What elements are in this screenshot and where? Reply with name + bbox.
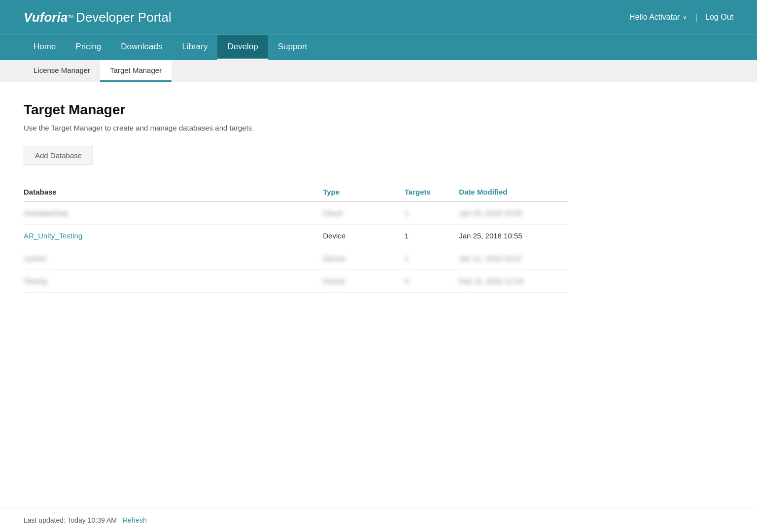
database-link[interactable]: ActivatarData <box>24 209 68 217</box>
header-right: Hello Activatar ∨ | Log Out <box>629 12 733 23</box>
logo-brand: Vuforia <box>24 10 68 25</box>
col-header-date-modified: Date Modified <box>459 183 568 201</box>
nav-item-home[interactable]: Home <box>24 35 66 60</box>
chevron-down-icon: ∨ <box>683 14 687 21</box>
database-type: Device <box>323 270 405 293</box>
table-row: AR_Unity_TestingDevice1Jan 25, 2018 10:5… <box>24 225 568 247</box>
database-targets: 1 <box>405 201 459 225</box>
user-menu[interactable]: Hello Activatar ∨ <box>629 13 687 22</box>
nav-item-library[interactable]: Library <box>172 35 217 60</box>
sub-nav-target-manager[interactable]: Target Manager <box>100 60 172 82</box>
database-link[interactable]: control <box>24 254 46 263</box>
table-row: ActivatarDataCloud1Jan 25, 2018 10:55 <box>24 201 568 225</box>
database-date-modified: Jan 25, 2018 10:55 <box>459 201 568 225</box>
logout-button[interactable]: Log Out <box>705 13 733 22</box>
database-targets: 0 <box>405 270 459 293</box>
page-title: Target Manager <box>24 102 568 118</box>
col-header-type: Type <box>323 183 405 201</box>
main-nav: Home Pricing Downloads Library Develop S… <box>0 34 757 60</box>
database-type: Cloud <box>323 201 405 225</box>
nav-item-downloads[interactable]: Downloads <box>111 35 172 60</box>
logo-tm: ™ <box>68 14 74 21</box>
divider: | <box>695 12 697 23</box>
database-date-modified: Feb 15, 2016 12:18 <box>459 270 568 293</box>
nav-item-pricing[interactable]: Pricing <box>66 35 111 60</box>
nav-item-develop[interactable]: Develop <box>217 35 268 60</box>
page-content: Target Manager Use the Target Manager to… <box>0 82 591 312</box>
logo: Vuforia™ Developer Portal <box>24 10 172 25</box>
col-header-database: Database <box>24 183 323 201</box>
table-row: TestingDevice0Feb 15, 2016 12:18 <box>24 270 568 293</box>
database-targets: 1 <box>405 247 459 270</box>
nav-item-support[interactable]: Support <box>268 35 317 60</box>
database-date-modified: Jan 25, 2018 10:55 <box>459 225 568 247</box>
logo-rest: Developer Portal <box>76 10 172 25</box>
add-database-button[interactable]: Add Database <box>24 146 93 165</box>
hello-text: Hello Activatar <box>629 13 680 22</box>
database-link[interactable]: Testing <box>24 277 47 285</box>
database-table: Database Type Targets Date Modified Acti… <box>24 183 568 293</box>
database-type: Device <box>323 247 405 270</box>
database-link[interactable]: AR_Unity_Testing <box>24 232 82 240</box>
database-date-modified: Jan 11, 2018 23:07 <box>459 247 568 270</box>
page-description: Use the Target Manager to create and man… <box>24 124 568 132</box>
table-row: controlDevice1Jan 11, 2018 23:07 <box>24 247 568 270</box>
database-targets: 1 <box>405 225 459 247</box>
col-header-targets: Targets <box>405 183 459 201</box>
sub-nav: License Manager Target Manager <box>0 60 757 82</box>
top-header: Vuforia™ Developer Portal Hello Activata… <box>0 0 757 34</box>
database-type: Device <box>323 225 405 247</box>
sub-nav-license-manager[interactable]: License Manager <box>24 60 100 82</box>
